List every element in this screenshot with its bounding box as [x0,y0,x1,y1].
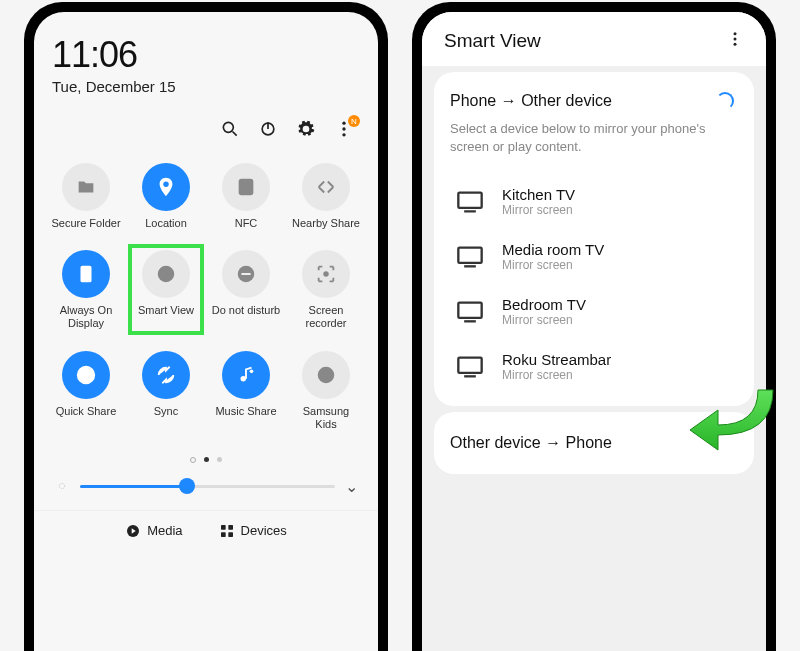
device-sub: Mirror screen [502,203,575,217]
tile-nearby-share[interactable]: Nearby Share [286,155,366,236]
tv-icon [456,245,484,269]
svg-rect-34 [458,303,481,318]
tile-nfc[interactable]: NFC [206,155,286,236]
page-title: Smart View [444,30,541,52]
reverse-card[interactable]: Other device → Phone [434,412,754,474]
samsung-kids-icon [302,351,350,399]
section-subtitle: Select a device below to mirror your pho… [450,120,738,156]
badge-new: N [348,115,360,127]
device-item[interactable]: Roku StreambarMirror screen [450,339,738,394]
always-on-display-icon [62,250,110,298]
svg-point-28 [734,38,737,41]
smart-view-icon [142,250,190,298]
svg-rect-26 [228,532,233,537]
smart-view-header: Smart View [422,12,766,66]
svg-rect-32 [458,248,481,263]
quick-settings-grid: Secure FolderLocationNFCNearby ShareAlwa… [34,149,378,443]
svg-rect-30 [458,193,481,208]
tile-label: Quick Share [56,405,117,418]
device-name: Roku Streambar [502,351,611,368]
svg-rect-23 [221,525,226,530]
music-share-icon [222,351,270,399]
svg-line-1 [233,132,237,136]
tv-icon [456,190,484,214]
tile-label: Screen recorder [291,304,361,330]
device-name: Kitchen TV [502,186,575,203]
device-sub: Mirror screen [502,258,604,272]
bottom-bar: Media Devices [34,510,378,551]
section-title: Phone → Other device [450,92,738,110]
clock-time: 11:06 [52,34,360,76]
media-button[interactable]: Media [125,523,182,539]
svg-rect-36 [458,358,481,373]
svg-point-4 [342,122,345,125]
devices-button[interactable]: Devices [219,523,287,539]
svg-point-5 [342,127,345,130]
svg-rect-12 [241,273,250,275]
tile-samsung-kids[interactable]: Samsung Kids [286,343,366,437]
brightness-row: ⌄ [34,471,378,510]
svg-point-29 [734,43,737,46]
device-name: Bedroom TV [502,296,586,313]
device-name: Media room TV [502,241,604,258]
svg-point-0 [223,122,233,132]
more-icon[interactable] [726,30,744,52]
tile-smart-view[interactable]: Smart View [126,242,206,336]
quick-settings-screen: 11:06 Tue, December 15 N Secure FolderLo… [34,12,378,651]
tile-secure-folder[interactable]: Secure Folder [46,155,126,236]
tv-icon [456,300,484,324]
location-icon [142,163,190,211]
device-item[interactable]: Media room TVMirror screen [450,229,738,284]
nearby-share-icon [302,163,350,211]
device-item[interactable]: Bedroom TVMirror screen [450,284,738,339]
svg-rect-8 [81,266,92,283]
header-actions: N [34,99,378,149]
page-dot [190,457,196,463]
tile-label: Smart View [138,304,194,317]
svg-point-20 [59,484,64,489]
tile-label: Music Share [215,405,276,418]
tile-label: Always On Display [51,304,121,330]
tile-label: Secure Folder [51,217,120,230]
chevron-down-icon[interactable]: ⌄ [345,477,358,496]
tile-label: NFC [235,217,258,230]
brightness-slider[interactable] [80,485,335,488]
media-label: Media [147,523,182,538]
page-indicator[interactable] [34,443,378,471]
tile-quick-share[interactable]: Quick Share [46,343,126,437]
tile-label: Location [145,217,187,230]
device-item[interactable]: Kitchen TVMirror screen [450,174,738,229]
quick-share-icon [62,351,110,399]
svg-point-17 [319,367,334,382]
page-dot [217,457,222,462]
gear-icon[interactable] [296,119,316,139]
smart-view-screen: Smart View Phone → Other device Select a… [422,12,766,651]
tile-label: Do not disturb [212,304,280,317]
tile-label: Nearby Share [292,217,360,230]
search-icon[interactable] [220,119,240,139]
phone-frame-right: Smart View Phone → Other device Select a… [412,2,776,651]
more-icon[interactable]: N [334,119,354,139]
tile-music-share[interactable]: Music Share [206,343,286,437]
sync-icon [142,351,190,399]
tile-location[interactable]: Location [126,155,206,236]
do-not-disturb-icon [222,250,270,298]
tv-icon [456,355,484,379]
svg-point-19 [328,372,330,374]
phone-frame-left: 11:06 Tue, December 15 N Secure FolderLo… [24,2,388,651]
devices-label: Devices [241,523,287,538]
clock-header: 11:06 Tue, December 15 [34,12,378,99]
svg-point-18 [322,372,324,374]
tile-screen-recorder[interactable]: Screen recorder [286,242,366,336]
tile-label: Sync [154,405,178,418]
svg-rect-9 [83,269,89,274]
power-icon[interactable] [258,119,278,139]
tile-sync[interactable]: Sync [126,343,206,437]
tile-do-not-disturb[interactable]: Do not disturb [206,242,286,336]
tile-always-on-display[interactable]: Always On Display [46,242,126,336]
svg-point-13 [323,271,329,277]
secure-folder-icon [62,163,110,211]
nfc-icon [222,163,270,211]
devices-card: Phone → Other device Select a device bel… [434,72,754,406]
svg-point-16 [250,369,254,373]
